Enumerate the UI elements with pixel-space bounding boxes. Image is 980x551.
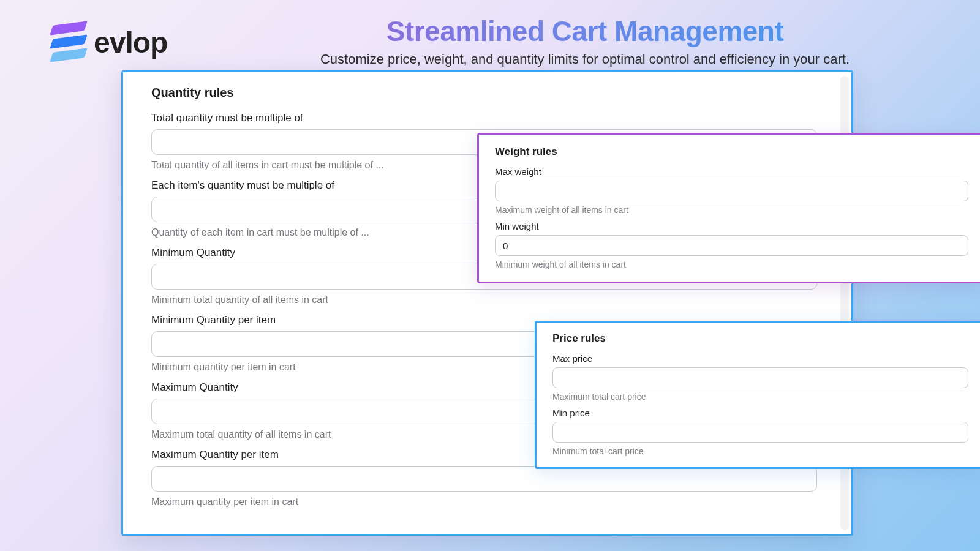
field-min-weight: Min weight Minimum weight of all items i… — [495, 221, 968, 269]
helper-max-price: Maximum total cart price — [552, 392, 968, 402]
hero-subtitle: Customize price, weight, and quantity li… — [239, 51, 931, 67]
quantity-section-title: Quantity rules — [151, 86, 817, 100]
input-min-price[interactable] — [552, 422, 968, 443]
label-min-weight: Min weight — [495, 221, 968, 231]
helper-min-weight: Minimum weight of all items in cart — [495, 260, 968, 269]
brand-name: evlop — [94, 26, 167, 59]
weight-section-title: Weight rules — [495, 146, 968, 158]
helper-min-qty: Minimum total quantity of all items in c… — [151, 294, 817, 305]
field-min-price: Min price Minimum total cart price — [552, 408, 968, 456]
label-max-weight: Max weight — [495, 167, 968, 177]
input-min-weight[interactable] — [495, 235, 968, 256]
price-section-title: Price rules — [552, 332, 968, 345]
weight-rules-panel: Weight rules Max weight Maximum weight o… — [477, 133, 980, 283]
label-total-multiple: Total quantity must be multiple of — [151, 112, 817, 124]
field-max-price: Max price Maximum total cart price — [552, 353, 968, 402]
hero-title: Streamlined Cart Management — [239, 15, 931, 48]
input-max-price[interactable] — [552, 367, 968, 388]
input-max-weight[interactable] — [495, 181, 968, 201]
label-min-price: Min price — [552, 408, 968, 418]
field-max-weight: Max weight Maximum weight of all items i… — [495, 167, 968, 215]
helper-max-weight: Maximum weight of all items in cart — [495, 205, 968, 215]
helper-max-qty-per-item: Maximum quantity per item in cart — [151, 497, 817, 508]
hero: Streamlined Cart Management Customize pr… — [239, 15, 931, 67]
input-max-qty-per-item[interactable] — [151, 466, 817, 492]
brand-logo-icon — [52, 23, 85, 61]
brand-logo: evlop — [52, 23, 167, 61]
label-max-price: Max price — [552, 353, 968, 364]
helper-min-price: Minimum total cart price — [552, 446, 968, 456]
price-rules-panel: Price rules Max price Maximum total cart… — [535, 321, 980, 469]
page-root: evlop Streamlined Cart Management Custom… — [0, 0, 980, 551]
